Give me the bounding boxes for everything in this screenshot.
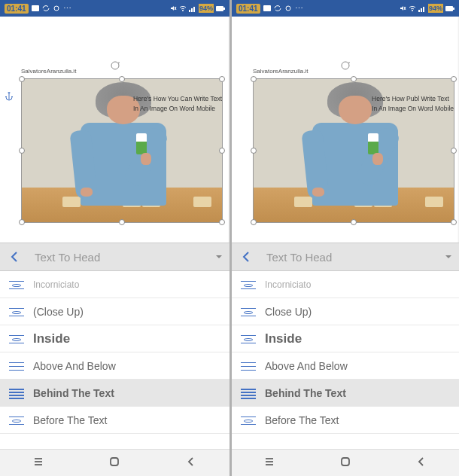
format-toolbar: Text To Head <box>0 243 230 271</box>
resize-handle[interactable] <box>119 219 125 225</box>
svg-rect-8 <box>216 6 223 11</box>
pane-right: 01:41 ⋯ 94% SalvatoreAranzulla.it <box>230 0 459 476</box>
option-before-text[interactable]: Before The Text <box>0 407 230 434</box>
svg-rect-9 <box>223 8 225 10</box>
toolbar-dropdown[interactable] <box>208 252 230 261</box>
document-canvas[interactable]: SalvatoreAranzulla.it Here's How You Can… <box>0 17 230 243</box>
sync-icon <box>42 5 50 12</box>
svg-point-1 <box>54 6 59 11</box>
resize-handle[interactable] <box>119 76 125 82</box>
android-nav-bar <box>232 449 459 476</box>
more-icon: ⋯ <box>63 4 72 14</box>
more-icon: ⋯ <box>295 4 304 14</box>
option-above-below[interactable]: Above And Below <box>0 352 230 380</box>
status-time: 01:41 <box>5 4 29 14</box>
wifi-icon <box>179 5 187 12</box>
option-behind-text[interactable]: Behind The Text <box>0 380 230 407</box>
option-before-text[interactable]: Before The Text <box>232 407 459 434</box>
wrap-options-list: Incorniciato (Close Up) Inside Above And… <box>0 271 230 449</box>
resize-handle[interactable] <box>251 76 257 82</box>
mute-icon <box>399 5 406 12</box>
nav-back[interactable] <box>185 456 197 471</box>
svg-rect-21 <box>421 8 422 12</box>
nav-recents[interactable] <box>32 456 44 471</box>
image-selection[interactable]: Here's How You Can Write Text In An Imag… <box>21 78 223 223</box>
resize-handle[interactable] <box>451 219 457 225</box>
resize-handle[interactable] <box>351 219 357 225</box>
embedded-image: Here's How You Can Write Text In An Imag… <box>22 79 222 222</box>
image-selection[interactable]: Here's How Publ Write Text In An Image O… <box>253 78 454 223</box>
svg-rect-22 <box>423 7 424 12</box>
back-button[interactable] <box>0 251 30 263</box>
battery-icon <box>216 6 225 11</box>
back-button[interactable] <box>232 251 262 263</box>
resize-handle[interactable] <box>251 219 257 225</box>
svg-rect-5 <box>189 10 190 12</box>
resize-handle[interactable] <box>219 76 225 82</box>
resize-handle[interactable] <box>19 76 25 82</box>
anchor-icon <box>5 92 14 101</box>
signal-icon <box>418 5 426 12</box>
picture-icon <box>32 5 39 12</box>
battery-percent: 94% <box>199 4 214 13</box>
watermark: SalvatoreAranzulla.it <box>21 68 76 75</box>
nav-back[interactable] <box>415 456 427 471</box>
resize-handle[interactable] <box>251 148 257 154</box>
svg-rect-14 <box>111 458 118 465</box>
nav-recents[interactable] <box>263 456 275 471</box>
resize-handle[interactable] <box>451 148 457 154</box>
svg-rect-23 <box>445 6 453 11</box>
option-incorniciato[interactable]: Incorniciato <box>0 271 230 298</box>
wifi-icon <box>409 5 416 12</box>
svg-rect-29 <box>342 458 349 465</box>
toolbar-title: Text To Head <box>30 251 208 264</box>
svg-point-25 <box>342 62 349 69</box>
rotate-handle[interactable] <box>340 60 351 71</box>
status-time: 01:41 <box>236 4 260 14</box>
svg-rect-20 <box>418 10 420 12</box>
resize-handle[interactable] <box>351 76 357 82</box>
option-behind-text[interactable]: Behind The Text <box>232 380 459 407</box>
battery-icon <box>445 6 454 11</box>
svg-rect-24 <box>453 8 454 10</box>
document-canvas[interactable]: SalvatoreAranzulla.it Here's How Publ Wr… <box>232 17 459 243</box>
svg-point-16 <box>286 6 290 11</box>
link-icon <box>284 5 292 12</box>
resize-handle[interactable] <box>19 148 25 154</box>
rotate-handle[interactable] <box>110 60 120 71</box>
android-nav-bar <box>0 449 230 476</box>
mute-icon <box>169 5 177 12</box>
watermark: SalvatoreAranzulla.it <box>253 68 308 75</box>
option-closeup[interactable]: Close Up) <box>232 298 459 325</box>
overlay-text: Here's How You Can Write Text In An Imag… <box>133 94 222 114</box>
svg-rect-7 <box>193 7 195 12</box>
format-toolbar: Text To Head <box>232 243 459 271</box>
resize-handle[interactable] <box>219 219 225 225</box>
svg-rect-15 <box>263 5 271 11</box>
pane-left: 01:41 ⋯ 94% SalvatoreAranzulla.it <box>0 0 230 476</box>
svg-rect-0 <box>32 5 39 11</box>
svg-rect-6 <box>191 8 193 12</box>
resize-handle[interactable] <box>219 148 225 154</box>
embedded-image: Here's How Publ Write Text In An Image O… <box>254 79 454 222</box>
svg-point-19 <box>412 10 413 11</box>
option-incorniciato[interactable]: Incorniciato <box>232 271 459 298</box>
option-above-below[interactable]: Above And Below <box>232 352 459 380</box>
resize-handle[interactable] <box>19 219 25 225</box>
overlay-text: Here's How Publ Write Text In An Image O… <box>372 94 454 114</box>
option-inside[interactable]: Inside <box>0 325 230 352</box>
nav-home[interactable] <box>339 456 351 471</box>
link-icon <box>53 5 60 12</box>
option-closeup[interactable]: (Close Up) <box>0 298 230 325</box>
svg-point-10 <box>111 62 119 69</box>
wrap-options-list: Incorniciato Close Up) Inside Above And … <box>232 271 459 449</box>
status-bar: 01:41 ⋯ 94% <box>232 0 459 17</box>
battery-percent: 94% <box>428 4 443 13</box>
sync-icon <box>274 5 281 12</box>
toolbar-title: Text To Head <box>262 251 438 264</box>
option-inside[interactable]: Inside <box>232 325 459 352</box>
signal-icon <box>189 5 196 12</box>
nav-home[interactable] <box>108 456 120 471</box>
resize-handle[interactable] <box>451 76 457 82</box>
toolbar-dropdown[interactable] <box>438 252 459 261</box>
